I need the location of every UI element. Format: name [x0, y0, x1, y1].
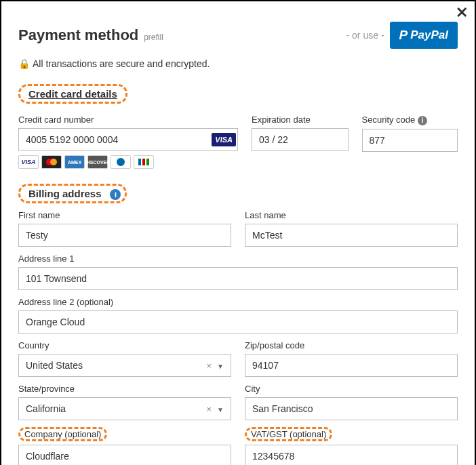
exp-input[interactable]: [252, 128, 349, 151]
svg-rect-5: [146, 159, 149, 165]
state-label: State/province: [18, 384, 231, 394]
info-icon[interactable]: i: [418, 116, 427, 125]
zip-input[interactable]: [245, 354, 458, 377]
svg-point-2: [117, 158, 125, 166]
lock-icon: 🔒: [18, 58, 30, 69]
addr1-label: Address line 1: [18, 254, 458, 264]
vat-input[interactable]: [245, 445, 458, 465]
secure-text: All transactions are secure and encrypte…: [33, 58, 210, 69]
paypal-button[interactable]: P PayPal: [390, 22, 458, 49]
country-select[interactable]: United States ×▼: [18, 354, 231, 377]
svg-rect-4: [142, 159, 145, 165]
paypal-label: PayPal: [410, 28, 448, 42]
zip-label: Zip/postal code: [245, 340, 458, 350]
visa-chip-icon: VISA: [212, 133, 236, 146]
state-value: California: [26, 403, 66, 414]
city-input[interactable]: [245, 397, 458, 420]
clear-icon[interactable]: ×: [207, 404, 212, 414]
prefill-label: prefill: [144, 33, 163, 42]
country-label: Country: [18, 340, 231, 350]
last-name-label: Last name: [245, 210, 458, 220]
chevron-down-icon: ▼: [217, 363, 224, 370]
cvv-input[interactable]: [362, 129, 458, 152]
state-select[interactable]: California ×▼: [18, 397, 231, 420]
payment-method-dialog: ✕ Payment method prefill - or use - P Pa…: [0, 0, 476, 465]
clear-icon[interactable]: ×: [207, 361, 212, 371]
close-icon[interactable]: ✕: [456, 5, 468, 20]
vat-label: VAT/GST (optional): [245, 427, 458, 441]
addr1-input[interactable]: [18, 267, 458, 290]
amex-icon: AMEX: [64, 155, 85, 169]
exp-label: Expiration date: [252, 115, 349, 125]
first-name-label: First name: [18, 210, 231, 220]
svg-rect-3: [138, 159, 141, 165]
mastercard-icon: [41, 155, 62, 169]
country-value: United States: [26, 360, 83, 371]
company-label: Company (optional): [18, 427, 231, 441]
cc-section-heading: Credit card details: [24, 87, 121, 101]
first-name-input[interactable]: [18, 224, 231, 247]
svg-point-1: [50, 159, 57, 165]
addr2-label: Address line 2 (optional): [18, 297, 458, 307]
page-title: Payment method: [18, 26, 138, 43]
addr2-input[interactable]: [18, 310, 458, 333]
company-input[interactable]: [18, 445, 231, 465]
discover-icon: DISCOVER: [87, 155, 108, 169]
city-label: City: [245, 384, 458, 394]
or-use-label: - or use -: [346, 30, 384, 41]
chevron-down-icon: ▼: [217, 406, 224, 413]
last-name-input[interactable]: [245, 224, 458, 247]
cc-number-label: Credit card number: [18, 115, 238, 125]
info-icon[interactable]: i: [110, 189, 121, 200]
cc-number-input[interactable]: [18, 128, 238, 151]
visa-icon: VISA: [18, 155, 39, 169]
cvv-label: Security code i: [362, 115, 458, 125]
diners-icon: [111, 155, 131, 169]
jcb-icon: [134, 155, 154, 169]
billing-section-heading: Billing address: [24, 186, 106, 201]
paypal-p-icon: P: [399, 28, 408, 43]
